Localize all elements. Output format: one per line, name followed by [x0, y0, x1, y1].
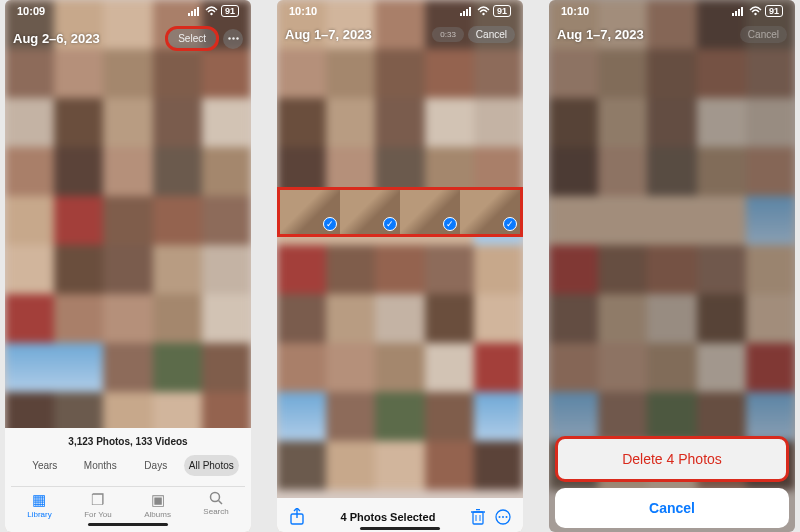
video-duration-badge: 0:33 — [432, 27, 464, 42]
svg-rect-17 — [473, 512, 483, 524]
library-count: 3,123 Photos, 133 Videos — [11, 436, 245, 447]
status-bar: 10:09 91 — [5, 0, 251, 22]
svg-rect-10 — [460, 13, 462, 16]
svg-point-24 — [502, 516, 504, 518]
status-bar: 10:10 91 — [549, 0, 795, 22]
battery-indicator: 91 — [765, 5, 783, 17]
svg-rect-12 — [466, 9, 468, 16]
time-segment-control: Years Months Days All Photos — [17, 455, 239, 476]
share-button[interactable] — [289, 508, 305, 526]
checkmark-icon: ✓ — [383, 217, 397, 231]
signal-icon — [188, 6, 202, 16]
svg-rect-0 — [188, 13, 190, 16]
svg-point-6 — [232, 37, 234, 39]
library-header: Aug 2–6, 2023 Select — [5, 26, 251, 51]
svg-point-4 — [210, 13, 212, 15]
svg-rect-2 — [194, 9, 196, 16]
svg-rect-11 — [463, 11, 465, 16]
svg-line-9 — [218, 501, 222, 505]
svg-rect-28 — [738, 9, 740, 16]
selection-count: 4 Photos Selected — [341, 511, 436, 523]
library-icon: ▦ — [32, 491, 46, 509]
date-range: Aug 2–6, 2023 — [13, 31, 100, 46]
cancel-button-disabled: Cancel — [740, 26, 787, 43]
trash-button[interactable] — [471, 509, 485, 525]
svg-point-25 — [505, 516, 507, 518]
action-sheet-cancel-button[interactable]: Cancel — [555, 488, 789, 528]
library-bottom-panel: 3,123 Photos, 133 Videos Years Months Da… — [5, 428, 251, 532]
tab-library[interactable]: ▦ Library — [27, 491, 51, 519]
battery-indicator: 91 — [221, 5, 239, 17]
wifi-icon — [477, 6, 490, 16]
select-header: Aug 1–7, 2023 0:33 Cancel — [277, 26, 523, 43]
wifi-icon — [749, 6, 762, 16]
photos-library-screen: 10:09 91 Aug 2–6, 2023 Select 3,123 Phot… — [5, 0, 251, 532]
selected-photo[interactable]: ✓ — [280, 190, 340, 234]
status-time: 10:09 — [17, 5, 45, 17]
wifi-icon — [205, 6, 218, 16]
cancel-button[interactable]: Cancel — [468, 26, 515, 43]
date-range: Aug 1–7, 2023 — [557, 27, 644, 42]
svg-point-7 — [236, 37, 238, 39]
more-button[interactable] — [223, 29, 243, 49]
svg-rect-13 — [469, 7, 471, 16]
tab-bar: ▦ Library ❐ For You ▣ Albums Search — [11, 486, 245, 519]
albums-icon: ▣ — [151, 491, 165, 509]
checkmark-icon: ✓ — [443, 217, 457, 231]
svg-rect-26 — [732, 13, 734, 16]
status-time: 10:10 — [561, 5, 589, 17]
more-button[interactable] — [495, 509, 511, 525]
signal-icon — [732, 6, 746, 16]
svg-point-14 — [482, 13, 484, 15]
tab-albums[interactable]: ▣ Albums — [144, 491, 171, 519]
svg-point-23 — [498, 516, 500, 518]
status-time: 10:10 — [289, 5, 317, 17]
segment-years[interactable]: Years — [17, 455, 73, 476]
svg-point-5 — [228, 37, 230, 39]
selected-photo[interactable]: ✓ — [340, 190, 400, 234]
action-sheet: Delete 4 Photos Cancel — [555, 436, 789, 528]
segment-months[interactable]: Months — [73, 455, 129, 476]
selected-photo[interactable]: ✓ — [400, 190, 460, 234]
svg-rect-1 — [191, 11, 193, 16]
svg-rect-27 — [735, 11, 737, 16]
signal-icon — [460, 6, 474, 16]
selected-photos-row: ✓ ✓ ✓ ✓ — [277, 187, 523, 237]
tab-foryou[interactable]: ❐ For You — [84, 491, 112, 519]
checkmark-icon: ✓ — [503, 217, 517, 231]
selection-toolbar: 4 Photos Selected — [277, 498, 523, 532]
tab-search[interactable]: Search — [203, 491, 228, 519]
svg-rect-29 — [741, 7, 743, 16]
foryou-icon: ❐ — [91, 491, 104, 509]
home-indicator[interactable] — [360, 527, 440, 530]
date-range: Aug 1–7, 2023 — [285, 27, 372, 42]
status-bar: 10:10 91 — [277, 0, 523, 22]
photo-grid[interactable] — [277, 0, 523, 532]
segment-all-photos[interactable]: All Photos — [184, 455, 240, 476]
home-indicator[interactable] — [88, 523, 168, 526]
select-button[interactable]: Select — [165, 26, 219, 51]
search-icon — [209, 491, 224, 506]
selected-photo[interactable]: ✓ — [460, 190, 520, 234]
photos-delete-sheet-screen: 10:10 91 Aug 1–7, 2023 Cancel Delete 4 P… — [549, 0, 795, 532]
delete-photos-button[interactable]: Delete 4 Photos — [558, 439, 786, 479]
battery-indicator: 91 — [493, 5, 511, 17]
svg-rect-3 — [197, 7, 199, 16]
checkmark-icon: ✓ — [323, 217, 337, 231]
photos-select-screen: 10:10 91 Aug 1–7, 2023 0:33 Cancel ✓ ✓ ✓… — [277, 0, 523, 532]
select-header: Aug 1–7, 2023 Cancel — [549, 26, 795, 43]
segment-days[interactable]: Days — [128, 455, 184, 476]
svg-point-8 — [210, 493, 219, 502]
svg-point-30 — [754, 13, 756, 15]
